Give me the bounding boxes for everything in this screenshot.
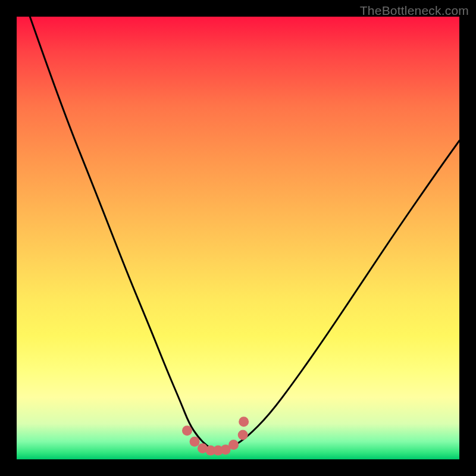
trough-marker <box>190 437 200 447</box>
trough-marker <box>238 430 248 440</box>
chart-svg <box>17 17 459 459</box>
bottleneck-curve <box>30 17 459 450</box>
trough-marker <box>182 425 192 436</box>
trough-marker <box>239 416 249 427</box>
watermark-text: TheBottleneck.com <box>360 4 469 18</box>
trough-marker <box>228 440 239 450</box>
chart-plot-area <box>17 17 459 459</box>
